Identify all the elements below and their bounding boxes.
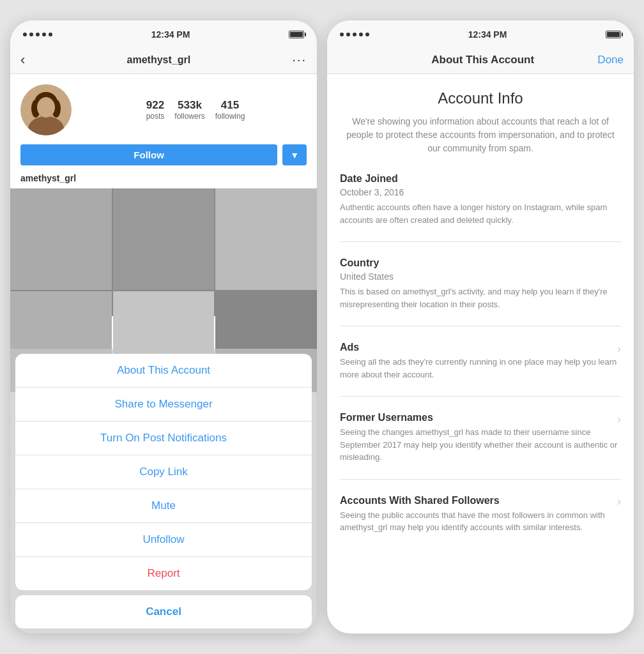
done-button[interactable]: Done xyxy=(597,54,624,66)
shared-followers-row[interactable]: Accounts With Shared Followers › xyxy=(340,495,621,509)
date-joined-value: October 3, 2016 xyxy=(340,187,621,197)
status-bar-right: 12:34 PM xyxy=(327,20,634,46)
following-label: following xyxy=(215,112,245,121)
signal-dots xyxy=(23,33,52,36)
former-usernames-chevron-icon: › xyxy=(617,413,621,426)
section-country: Country United States This is based on a… xyxy=(340,257,621,326)
action-sheet: About This Account Share to Messenger Tu… xyxy=(15,354,312,590)
action-unfollow[interactable]: Unfollow xyxy=(15,523,312,557)
former-usernames-row[interactable]: Former Usernames › xyxy=(340,412,621,426)
action-turn-on-notifications[interactable]: Turn On Post Notifications xyxy=(15,422,312,455)
section-shared-followers[interactable]: Accounts With Shared Followers › Seeing … xyxy=(340,495,621,549)
feed-thumb-1 xyxy=(10,188,112,290)
left-phone: 12:34 PM ‹ amethyst_grl ··· xyxy=(10,20,317,634)
posts-label: posts xyxy=(146,112,165,121)
avatar xyxy=(20,84,72,135)
posts-count: 922 xyxy=(146,99,165,112)
stat-posts: 922 posts xyxy=(146,99,165,121)
following-count: 415 xyxy=(215,99,245,112)
country-row: Country xyxy=(340,257,621,271)
about-content: Account Info We're showing you informati… xyxy=(327,74,634,634)
profile-username-nav: amethyst_grl xyxy=(127,54,191,66)
feed-grid xyxy=(10,188,317,316)
stat-following: 415 following xyxy=(215,99,245,121)
instagram-nav: ‹ amethyst_grl ··· xyxy=(10,46,317,74)
date-joined-row: Date Joined xyxy=(340,173,621,187)
followers-label: followers xyxy=(174,112,204,121)
back-button[interactable]: ‹ xyxy=(20,52,25,68)
former-usernames-desc: Seeing the changes amethyst_grl has made… xyxy=(340,426,621,464)
more-options-button[interactable]: ··· xyxy=(292,52,307,67)
about-nav: About This Account Done xyxy=(327,46,634,74)
stat-followers: 533k followers xyxy=(174,99,204,121)
shared-followers-chevron-icon: › xyxy=(617,495,621,508)
ads-chevron-icon: › xyxy=(617,342,621,356)
shared-followers-desc: Seeing the public accounts that have the… xyxy=(340,509,621,534)
follow-button[interactable]: Follow xyxy=(20,144,277,165)
account-info-title: Account Info xyxy=(340,89,621,107)
country-desc: This is based on amethyst_grl's activity… xyxy=(340,285,621,310)
svg-point-6 xyxy=(37,97,55,118)
ads-desc: Seeing all the ads they're currently run… xyxy=(340,356,621,381)
battery-right xyxy=(606,31,621,38)
country-title: Country xyxy=(340,257,379,269)
action-sheet-overlay: About This Account Share to Messenger Tu… xyxy=(10,349,317,634)
profile-header: 922 posts 533k followers 415 following xyxy=(10,74,317,142)
date-joined-title: Date Joined xyxy=(340,173,398,185)
battery-left xyxy=(289,31,304,38)
follow-row: Follow ▼ xyxy=(10,142,317,173)
country-value: United States xyxy=(340,271,621,282)
feed-thumb-3 xyxy=(215,188,317,290)
former-usernames-title: Former Usernames xyxy=(340,412,433,423)
ads-title: Ads xyxy=(340,342,359,353)
section-former-usernames[interactable]: Former Usernames › Seeing the changes am… xyxy=(340,412,621,480)
ads-row[interactable]: Ads › xyxy=(340,342,621,356)
follow-dropdown-button[interactable]: ▼ xyxy=(282,144,307,165)
right-phone: 12:34 PM About This Account Done Account… xyxy=(327,20,634,634)
signal-dots-right xyxy=(340,33,369,36)
profile-stats: 922 posts 533k followers 415 following xyxy=(84,99,307,121)
action-copy-link[interactable]: Copy Link xyxy=(15,455,312,489)
time-left: 12:34 PM xyxy=(151,29,190,40)
time-right: 12:34 PM xyxy=(468,29,507,40)
followers-count: 533k xyxy=(174,99,204,112)
profile-display-name: amethyst_grl xyxy=(10,173,317,188)
feed-thumb-2 xyxy=(113,188,215,290)
date-joined-desc: Authentic accounts often have a longer h… xyxy=(340,201,621,226)
status-bar-left: 12:34 PM xyxy=(10,20,317,46)
shared-followers-title: Accounts With Shared Followers xyxy=(340,495,500,506)
account-info-description: We're showing you information about acco… xyxy=(340,115,621,155)
action-report[interactable]: Report xyxy=(15,557,312,590)
action-about-this-account[interactable]: About This Account xyxy=(15,354,312,388)
action-mute[interactable]: Mute xyxy=(15,489,312,523)
about-nav-title: About This Account xyxy=(431,54,534,66)
action-share-to-messenger[interactable]: Share to Messenger xyxy=(15,388,312,422)
section-date-joined: Date Joined October 3, 2016 Authentic ac… xyxy=(340,173,621,242)
action-cancel[interactable]: Cancel xyxy=(15,595,312,628)
section-ads[interactable]: Ads › Seeing all the ads they're current… xyxy=(340,342,621,397)
